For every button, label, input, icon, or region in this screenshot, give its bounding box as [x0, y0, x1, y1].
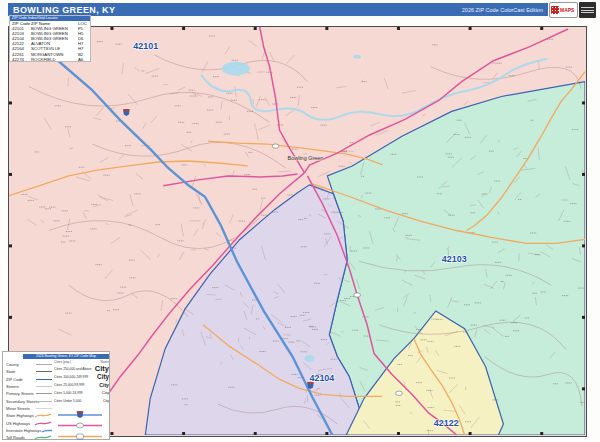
logo-edition-box — [579, 2, 596, 18]
map-legend: 2026 Bowling Green, KY ZIP Code Map Coun… — [2, 351, 110, 440]
city-label: Bowling Green — [288, 155, 324, 161]
city-sample-xs: City — [103, 399, 109, 403]
legend-toll-roads: Toll Roads — [6, 435, 25, 440]
state-line-sample — [36, 371, 52, 372]
legend-zip-code: ZIP Code — [6, 377, 23, 382]
legend-line-items: County State ZIP Code Streets Primary St… — [6, 361, 52, 441]
zip-label-42101: 42101 — [133, 41, 158, 51]
toll-road-sample — [34, 434, 52, 441]
edition-label: 2026 ZIP Code ColorCast Edition — [462, 7, 543, 13]
publisher-logo: MAPS — [549, 2, 597, 20]
secondary-line-sample — [39, 401, 52, 402]
zip-label-42103: 42103 — [442, 254, 467, 264]
zip-line-sample — [36, 379, 52, 380]
city-sample-md: City — [99, 382, 109, 388]
legend-primary-streets: Primary Streets — [6, 391, 34, 396]
legend-us-highways: US Highways — [6, 421, 30, 426]
zip-index-table: ZIP Code Index/Grid Locator ZIP Code ZIP… — [9, 15, 91, 62]
maps-logo-text: MAPS — [560, 7, 574, 13]
zip-label-42122: 42122 — [434, 418, 459, 428]
legend-city-tiers: Cities (pop.) Name Cities 250,000 and Ab… — [54, 360, 109, 405]
county-line-sample — [36, 364, 52, 365]
us-highway-sample — [34, 420, 52, 427]
legend-title: 2026 Bowling Green, KY ZIP Code Map — [23, 354, 109, 359]
map-page: BOWLING GREEN, KY 2026 ZIP Code ColorCas… — [0, 0, 600, 442]
state-route-sample — [54, 432, 106, 441]
us-route-shield-icon — [396, 391, 403, 395]
maps-logo: MAPS — [549, 2, 578, 18]
street-line-sample — [36, 386, 52, 387]
legend-state-highways: State Highways — [6, 413, 34, 418]
legend-minor-streets: Minor Streets — [6, 406, 30, 411]
us-route-shield-icon — [272, 144, 279, 148]
us-route-shield-icon — [354, 293, 361, 297]
legend-county: County — [6, 362, 19, 367]
legend-shield-samples — [54, 410, 109, 442]
legend-interstate-highways: Interstate Highways — [6, 428, 41, 433]
maps-grid-icon — [551, 6, 559, 14]
city-sample-xl: City — [95, 364, 109, 373]
interstate-shield-sample — [54, 410, 106, 419]
us-shield-sample — [54, 421, 106, 430]
legend-streets: Streets — [6, 384, 19, 389]
city-col-label: Cities (pop.) — [54, 360, 71, 365]
legend-state: State — [6, 369, 15, 374]
city-sample-lg: City — [97, 373, 109, 380]
state-highway-sample — [34, 412, 52, 419]
page-title: BOWLING GREEN, KY — [13, 5, 115, 15]
zip-label-42104: 42104 — [309, 373, 334, 383]
interstate-sample — [41, 427, 52, 434]
minor-line-sample — [36, 408, 52, 409]
city-sample-sm: City — [102, 390, 109, 395]
legend-secondary-streets: Secondary Streets — [6, 399, 39, 404]
zip-index-row: 42274 ROCKFIELD A6 — [10, 57, 90, 62]
primary-line-sample — [36, 393, 52, 394]
